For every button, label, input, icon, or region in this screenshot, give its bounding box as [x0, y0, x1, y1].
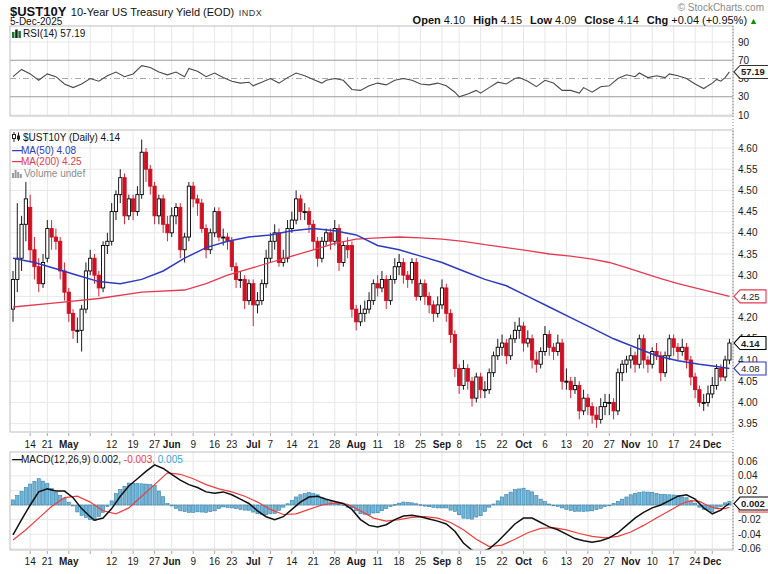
svg-text:14: 14: [286, 439, 298, 450]
svg-text:13: 13: [561, 439, 573, 450]
low-label: Low: [530, 14, 552, 26]
svg-text:0.06: 0.06: [738, 456, 758, 467]
moving-averages: [13, 229, 729, 369]
svg-text:12: 12: [106, 439, 118, 450]
price-legend: $UST10Y (Daily) 4.14 —MA(50) 4.08 —MA(20…: [12, 132, 120, 180]
svg-text:23: 23: [226, 439, 238, 450]
svg-text:8: 8: [456, 439, 462, 450]
svg-text:28: 28: [329, 556, 341, 567]
ma50-legend-label: MA(50) 4.08: [21, 145, 76, 156]
rsi-legend: RSI(14) 57.19: [12, 28, 85, 41]
svg-text:4.35: 4.35: [738, 249, 758, 260]
svg-text:57.19: 57.19: [741, 66, 765, 77]
macd-legend-prefix: MACD(12,26,9): [21, 454, 90, 465]
svg-text:4.05: 4.05: [738, 376, 758, 387]
close-label: Close: [584, 14, 614, 26]
svg-text:Oct: Oct: [515, 556, 532, 567]
svg-text:0.04: 0.04: [738, 470, 758, 481]
svg-text:-0.02: -0.02: [738, 514, 761, 525]
svg-text:10: 10: [738, 110, 750, 121]
svg-text:14: 14: [286, 556, 298, 567]
macd-legend: —MACD(12,26,9) 0.002, -0.003, 0.005: [12, 454, 183, 466]
svg-text:6: 6: [542, 439, 548, 450]
high-label: High: [473, 14, 497, 26]
svg-text:4.30: 4.30: [738, 270, 758, 281]
svg-text:Sep: Sep: [433, 439, 451, 450]
svg-text:4.08: 4.08: [741, 363, 760, 374]
svg-text:16: 16: [209, 556, 221, 567]
svg-text:-0.06: -0.06: [738, 543, 761, 554]
rsi-series: [13, 66, 729, 97]
svg-text:4.20: 4.20: [738, 312, 758, 323]
axis-callouts: 57.194.254.144.080.002: [734, 65, 768, 512]
chart-date: 5-Dec-2025: [10, 16, 62, 27]
svg-text:23: 23: [226, 556, 238, 567]
close-value: 4.14: [617, 14, 638, 26]
svg-text:24: 24: [690, 556, 702, 567]
svg-text:30: 30: [738, 91, 750, 102]
rsi-chart-icon: [12, 29, 21, 41]
svg-text:4.00: 4.00: [738, 397, 758, 408]
svg-text:Aug: Aug: [346, 556, 365, 567]
svg-text:Sep: Sep: [433, 556, 451, 567]
macd-value: 0.002,: [93, 454, 121, 465]
svg-text:4.25: 4.25: [741, 291, 760, 302]
open-value: 4.10: [444, 14, 465, 26]
svg-text:15: 15: [475, 556, 487, 567]
svg-text:7: 7: [268, 439, 274, 450]
svg-text:21: 21: [308, 556, 320, 567]
svg-text:May: May: [59, 556, 79, 567]
svg-text:Jun: Jun: [163, 439, 181, 450]
svg-text:17: 17: [668, 439, 680, 450]
svg-text:19: 19: [128, 556, 140, 567]
svg-text:21: 21: [42, 556, 54, 567]
svg-text:4.45: 4.45: [738, 206, 758, 217]
volume-legend-label: Volume undef: [24, 168, 85, 179]
svg-text:17: 17: [668, 556, 680, 567]
stockcharts-credit-link[interactable]: © StockCharts.com: [678, 2, 764, 13]
svg-text:27: 27: [604, 556, 616, 567]
svg-text:8: 8: [456, 556, 462, 567]
ma200-legend-label: MA(200) 4.25: [21, 156, 82, 167]
svg-text:-0.04: -0.04: [738, 529, 761, 540]
chart-plot-svg: 90705030104.604.554.504.454.404.354.304.…: [0, 0, 768, 574]
svg-text:Nov: Nov: [621, 439, 640, 450]
quote-summary: Open4.10High4.15Low4.09Close4.14Chg+0.04…: [413, 14, 758, 26]
high-value: 4.15: [501, 14, 522, 26]
svg-text:Dec: Dec: [703, 556, 722, 567]
ma50-line-icon: —: [12, 145, 21, 156]
svg-text:4.50: 4.50: [738, 185, 758, 196]
svg-text:18: 18: [394, 439, 406, 450]
svg-text:4.60: 4.60: [738, 143, 758, 154]
svg-text:20: 20: [582, 556, 594, 567]
svg-text:27: 27: [149, 439, 161, 450]
exchange-label: INDX: [239, 8, 263, 18]
chg-label: Chg: [647, 14, 668, 26]
page-title: 10-Year US Treasury Yield (EOD): [71, 6, 234, 18]
svg-text:Dec: Dec: [703, 439, 722, 450]
svg-text:May: May: [59, 439, 79, 450]
signal-value: -0.003,: [124, 454, 155, 465]
svg-text:25: 25: [415, 556, 427, 567]
low-value: 4.09: [555, 14, 576, 26]
svg-text:10: 10: [647, 556, 659, 567]
svg-text:14: 14: [25, 439, 37, 450]
price-legend-label: $UST10Y (Daily) 4.14: [23, 132, 120, 143]
svg-text:15: 15: [475, 439, 487, 450]
svg-text:Jul: Jul: [246, 439, 261, 450]
svg-text:6: 6: [542, 556, 548, 567]
svg-text:4.40: 4.40: [738, 227, 758, 238]
svg-text:4.14: 4.14: [741, 338, 760, 349]
svg-text:27: 27: [604, 439, 616, 450]
svg-text:10: 10: [647, 439, 659, 450]
svg-text:27: 27: [149, 556, 161, 567]
rsi-legend-label: RSI(14) 57.19: [23, 28, 85, 39]
svg-text:19: 19: [128, 439, 140, 450]
svg-text:0.002: 0.002: [741, 498, 765, 509]
svg-text:11: 11: [372, 556, 383, 567]
svg-text:13: 13: [561, 556, 573, 567]
svg-text:90: 90: [738, 37, 750, 48]
svg-text:9: 9: [190, 439, 196, 450]
svg-text:Aug: Aug: [346, 439, 365, 450]
stockcharts-chart: 90705030104.604.554.504.454.404.354.304.…: [0, 0, 768, 574]
